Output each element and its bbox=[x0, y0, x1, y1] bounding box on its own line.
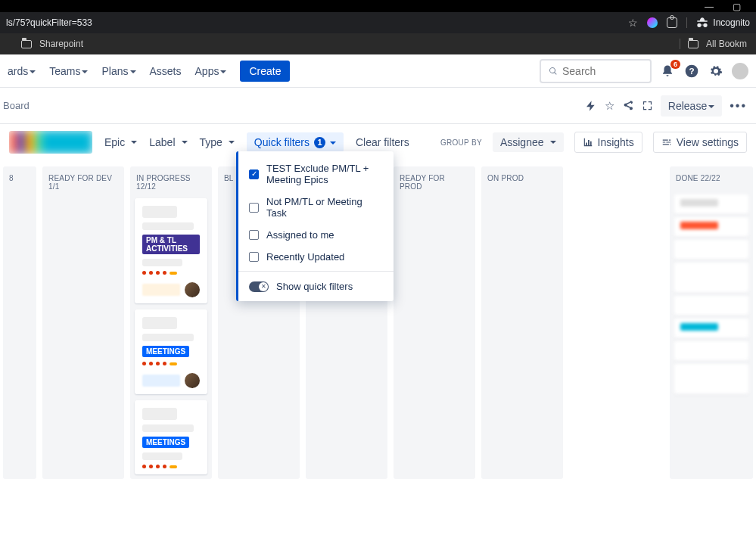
issue-card-redacted[interactable] bbox=[674, 319, 748, 338]
avatar[interactable] bbox=[732, 63, 748, 79]
notifications-button[interactable]: 6 bbox=[659, 63, 676, 79]
board-filter-toolbar: Epic Label Type Quick filters 1 Clear fi… bbox=[0, 124, 756, 160]
nav-apps[interactable]: Apps bbox=[195, 65, 227, 77]
column-header: IN PROGRESS 12/12 bbox=[130, 166, 212, 198]
more-actions-button[interactable]: ••• bbox=[730, 99, 747, 113]
priority-indicator bbox=[142, 271, 200, 275]
search-icon bbox=[549, 66, 558, 76]
epic-tag[interactable]: PM & TL ACTIVITIES bbox=[142, 235, 200, 254]
priority-indicator bbox=[142, 362, 200, 365]
card-text-redacted bbox=[142, 259, 182, 266]
quick-filters-label: Quick filters bbox=[254, 136, 310, 148]
app-header: ards Teams Plans Assets Apps Create 6 ? bbox=[0, 54, 756, 88]
star-board-icon[interactable]: ☆ bbox=[605, 99, 614, 113]
bookmark-all[interactable]: All Bookm bbox=[706, 39, 747, 49]
label-filter[interactable]: Label bbox=[149, 136, 187, 148]
assignee-avatar[interactable] bbox=[185, 373, 200, 388]
issue-card-redacted[interactable] bbox=[674, 364, 748, 394]
checkbox-icon[interactable] bbox=[249, 203, 259, 213]
search-input[interactable] bbox=[562, 65, 642, 77]
nav-assets[interactable]: Assets bbox=[150, 65, 182, 77]
toggle-switch[interactable]: ✕ bbox=[249, 281, 269, 292]
quick-filters-count: 1 bbox=[314, 137, 325, 148]
card-text-redacted bbox=[142, 222, 194, 230]
url-fragment: ls/75?quickFilter=533 bbox=[6, 17, 92, 28]
issue-card-redacted[interactable] bbox=[674, 296, 748, 316]
checkbox-icon[interactable] bbox=[249, 230, 259, 240]
quick-filters-dropdown: TEST Exclude PM/TL + Meeting Epics Not P… bbox=[236, 151, 394, 301]
bookmark-sharepoint[interactable]: Sharepoint bbox=[39, 39, 83, 49]
share-icon[interactable] bbox=[622, 100, 634, 112]
priority-indicator bbox=[142, 465, 200, 468]
insights-button[interactable]: Insights bbox=[574, 132, 642, 153]
quick-filter-option[interactable]: Assigned to me bbox=[238, 224, 394, 246]
settings-button[interactable] bbox=[708, 63, 724, 79]
column-header: READY FOR PROD bbox=[394, 166, 475, 198]
nav-boards[interactable]: ards bbox=[8, 65, 36, 77]
chart-icon bbox=[583, 137, 593, 148]
board-column: 8 bbox=[3, 166, 36, 479]
extensions-icon[interactable] bbox=[667, 17, 677, 28]
folder-icon[interactable] bbox=[688, 40, 698, 48]
issue-key-redacted bbox=[142, 375, 180, 387]
release-button[interactable]: Release bbox=[661, 95, 722, 117]
assignee-avatar[interactable] bbox=[185, 282, 200, 297]
incognito-icon bbox=[696, 17, 708, 28]
card-text-redacted bbox=[142, 424, 194, 432]
board-actions-bar: Board ☆ Release ••• bbox=[0, 88, 756, 124]
issue-card-redacted[interactable] bbox=[674, 194, 748, 214]
board-title-fragment: Board bbox=[0, 100, 30, 111]
quick-filters-button[interactable]: Quick filters 1 bbox=[247, 132, 344, 152]
checkbox-icon[interactable] bbox=[249, 252, 259, 262]
svg-text:?: ? bbox=[689, 66, 694, 76]
issue-card-redacted[interactable] bbox=[674, 341, 748, 361]
type-filter[interactable]: Type bbox=[200, 136, 235, 148]
bookmark-star-icon[interactable]: ☆ bbox=[628, 17, 638, 29]
group-by-label: GROUP BY bbox=[440, 138, 482, 147]
issue-card-redacted[interactable] bbox=[674, 263, 748, 293]
column-header: READY FOR DEV 1/1 bbox=[42, 166, 124, 198]
board-column: ON PROD bbox=[481, 166, 563, 479]
search-input-wrapper[interactable] bbox=[540, 59, 652, 83]
help-button[interactable]: ? bbox=[683, 63, 700, 79]
folder-icon[interactable] bbox=[21, 40, 32, 48]
create-button[interactable]: Create bbox=[240, 61, 290, 82]
chevron-down-icon bbox=[330, 136, 336, 148]
quick-filter-option[interactable]: Not PM/TL or Meeting Task bbox=[238, 191, 394, 224]
issue-card-redacted[interactable] bbox=[674, 217, 748, 237]
quick-filter-option[interactable]: TEST Exclude PM/TL + Meeting Epics bbox=[238, 157, 394, 191]
nav-plans[interactable]: Plans bbox=[101, 65, 135, 77]
clear-filters-link[interactable]: Clear filters bbox=[356, 136, 409, 148]
separator bbox=[680, 39, 680, 49]
sliders-icon bbox=[661, 137, 672, 148]
separator bbox=[686, 17, 687, 28]
quick-filter-option[interactable]: Recently Updated bbox=[238, 246, 394, 268]
issue-card[interactable]: MEETINGS bbox=[135, 309, 207, 394]
group-by-selector[interactable]: Assignee bbox=[493, 132, 564, 152]
view-settings-button[interactable]: View settings bbox=[653, 132, 747, 153]
card-text-redacted bbox=[142, 452, 182, 460]
gear-icon bbox=[709, 64, 723, 78]
epic-tag[interactable]: MEETINGS bbox=[142, 437, 189, 448]
nav-teams[interactable]: Teams bbox=[49, 65, 88, 77]
assignee-avatars[interactable] bbox=[9, 131, 92, 154]
issue-card[interactable]: MEETINGS bbox=[135, 400, 207, 474]
issue-key-redacted bbox=[142, 284, 180, 296]
checkbox-checked-icon[interactable] bbox=[249, 169, 259, 179]
automation-icon[interactable] bbox=[585, 100, 597, 112]
bookmarks-bar: Sharepoint All Bookm bbox=[0, 33, 756, 54]
board-column: DONE 22/22 bbox=[670, 166, 753, 479]
issue-card-redacted[interactable] bbox=[674, 240, 748, 260]
epic-filter[interactable]: Epic bbox=[104, 136, 137, 148]
extension-opera-icon[interactable] bbox=[647, 17, 658, 28]
minimize-window-button[interactable]: — bbox=[705, 2, 714, 12]
board-column: READY FOR DEV 1/1 bbox=[42, 166, 124, 479]
incognito-indicator[interactable]: Incognito bbox=[696, 17, 750, 28]
epic-tag[interactable]: MEETINGS bbox=[142, 346, 189, 357]
address-bar[interactable]: ls/75?quickFilter=533 ☆ Incognito bbox=[0, 12, 756, 33]
fullscreen-icon[interactable] bbox=[642, 100, 653, 111]
card-title-redacted bbox=[142, 317, 177, 329]
issue-card[interactable]: PM & TL ACTIVITIES bbox=[135, 198, 207, 303]
maximize-window-button[interactable]: ▢ bbox=[733, 2, 741, 12]
window-controls-bar: — ▢ bbox=[0, 0, 756, 12]
